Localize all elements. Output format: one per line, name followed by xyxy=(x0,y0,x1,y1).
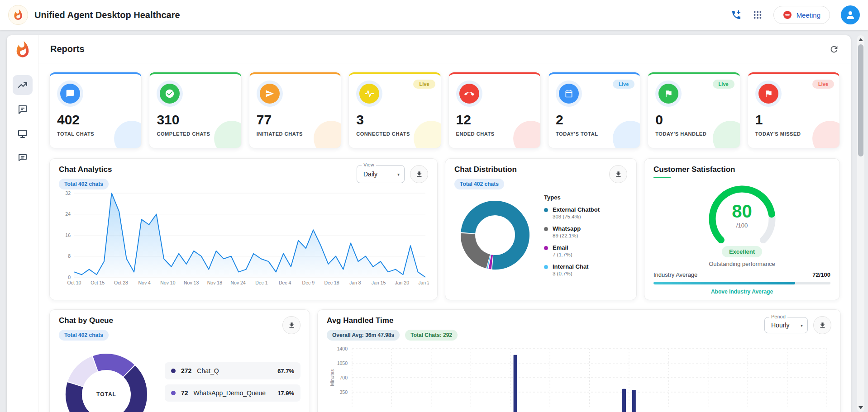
sidebar-item-conversations[interactable] xyxy=(13,148,33,168)
card-title: Chat by Queue xyxy=(59,316,113,325)
rating-subtitle: Outstanding performance xyxy=(653,260,830,267)
app-title: Unified Agent Desktop Healthcare xyxy=(34,10,180,20)
avg-handled-time-titles: Avg Handled Time Overall Avg: 36m 47.98s… xyxy=(327,316,458,341)
topbar-actions: Meeting xyxy=(731,5,860,24)
svg-text:Nov 18: Nov 18 xyxy=(207,280,222,285)
legend-text: External Chatbot 303 (75.4%) xyxy=(553,206,600,219)
brand-flame-icon xyxy=(12,9,24,21)
dialpad-button[interactable] xyxy=(753,10,763,20)
total-chats-badge: Total 402 chats xyxy=(59,179,109,189)
stat-icon-circle xyxy=(359,84,379,104)
missed-flag-icon xyxy=(764,89,773,98)
sidebar-item-chats[interactable] xyxy=(13,99,33,119)
svg-text:Dec 4: Dec 4 xyxy=(279,280,291,285)
chat-distribution-titles: Chat Distribution Total 402 chats xyxy=(454,165,517,189)
sidebar-item-analytics[interactable] xyxy=(13,75,33,95)
call-end-icon xyxy=(464,89,474,99)
industry-average-row: Industry Average 72/100 xyxy=(653,271,830,278)
stat-icon-halo xyxy=(755,81,782,107)
queue-pct: 67.7% xyxy=(277,368,294,374)
queue-dot xyxy=(171,369,176,373)
svg-text:8: 8 xyxy=(68,253,71,259)
stat-icon-circle xyxy=(459,84,479,104)
industry-average-value: 72/100 xyxy=(812,271,830,278)
queue-pct: 17.9% xyxy=(277,390,294,397)
download-distribution-button[interactable] xyxy=(609,165,627,183)
svg-text:Jan 28: Jan 28 xyxy=(418,280,429,285)
add-call-button[interactable] xyxy=(731,9,742,20)
scroll-up-icon[interactable] xyxy=(858,38,863,41)
scroll-down-icon[interactable] xyxy=(858,406,863,409)
dialpad-icon xyxy=(753,10,763,20)
svg-text:Oct 10: Oct 10 xyxy=(67,280,81,285)
svg-text:Jan 20: Jan 20 xyxy=(395,280,410,285)
download-analytics-button[interactable] xyxy=(410,165,428,183)
send-icon xyxy=(265,89,274,98)
refresh-button[interactable] xyxy=(829,44,839,54)
queue-count: 72 xyxy=(181,389,188,397)
chat-distribution-header: Chat Distribution Total 402 chats xyxy=(454,165,627,189)
svg-text:Nov 24: Nov 24 xyxy=(230,280,245,285)
download-icon xyxy=(288,322,296,329)
svg-text:Jan 15: Jan 15 xyxy=(372,280,386,285)
legend-detail: 89 (22.1%) xyxy=(553,233,581,238)
refresh-icon xyxy=(829,44,839,54)
chat-analytics-titles: Chat Analytics Total 402 chats xyxy=(59,165,112,189)
user-avatar-button[interactable] xyxy=(841,5,860,24)
legend-name: Internal Chat xyxy=(553,263,588,270)
total-chats-badge: Total 402 chats xyxy=(454,179,504,189)
chat-by-queue-actions xyxy=(282,316,300,334)
chat-distribution-legend: Types External Chatbot 303 (75.4%) xyxy=(544,192,627,282)
card-title: Avg Handled Time xyxy=(327,316,458,325)
svg-text:Dec 9: Dec 9 xyxy=(302,280,315,285)
sidebar-flame-logo xyxy=(14,41,32,59)
period-select-value: Hourly xyxy=(771,322,789,329)
stat-icon-circle xyxy=(758,84,778,104)
meeting-status-icon xyxy=(783,10,792,19)
stat-card-row: 402 TOTAL CHATS 310 COMPLETED CHATS xyxy=(49,72,840,148)
live-badge: Live xyxy=(413,80,435,89)
legend-item: Whatsapp 89 (22.1%) xyxy=(544,225,627,238)
svg-text:32: 32 xyxy=(65,190,71,196)
period-select[interactable]: Period Hourly ▾ xyxy=(764,317,808,333)
stat-icon-circle xyxy=(559,84,579,104)
stat-icon-circle xyxy=(658,84,678,104)
download-icon xyxy=(819,322,826,329)
chat-distribution-donut xyxy=(454,192,536,278)
view-select[interactable]: View Daily ▾ xyxy=(357,165,405,183)
queue-dot xyxy=(171,391,176,395)
total-chats-badge: Total Chats: 292 xyxy=(405,330,458,341)
svg-text:700: 700 xyxy=(339,375,348,380)
check-circle-icon xyxy=(165,89,175,99)
chat-by-queue-titles: Chat by Queue Total 402 chats xyxy=(59,316,113,341)
stat-card-connected-chats: Live 3 CONNECTED CHATS xyxy=(348,72,441,148)
svg-text:Dec 18: Dec 18 xyxy=(324,280,339,285)
svg-text:350: 350 xyxy=(339,389,348,395)
add-call-icon xyxy=(731,9,742,20)
overall-avg-badge: Overall Avg: 36m 47.98s xyxy=(327,330,400,341)
legend-dot xyxy=(544,265,548,269)
main-panel: Reports 402 TOTAL CHATS xyxy=(7,35,851,412)
legend-item: Internal Chat 3 (0.7%) xyxy=(544,263,627,276)
chat-analytics-header: Chat Analytics Total 402 chats View Dail… xyxy=(59,165,428,189)
download-queue-button[interactable] xyxy=(282,316,300,334)
scrollbar-thumb[interactable] xyxy=(858,44,863,156)
charts-row: Chat Analytics Total 402 chats View Dail… xyxy=(49,158,840,300)
legend-item: External Chatbot 303 (75.4%) xyxy=(544,206,627,219)
gauge-overlay: 80 /100 xyxy=(692,179,792,243)
svg-text:1050: 1050 xyxy=(337,360,348,366)
meeting-button[interactable]: Meeting xyxy=(773,6,830,24)
brand-logo xyxy=(8,5,28,25)
stat-card-total-chats: 402 TOTAL CHATS xyxy=(49,72,142,148)
chat-by-queue-card: Chat by Queue Total 402 chats xyxy=(49,309,310,412)
stat-card-todays-total: Live 2 TODAY'S TOTAL xyxy=(548,72,640,148)
gauge-score: 80 xyxy=(732,202,752,220)
sidebar-item-desktop[interactable] xyxy=(13,124,33,144)
vertical-scrollbar[interactable] xyxy=(857,35,864,412)
download-aht-button[interactable] xyxy=(813,316,831,334)
chat-by-queue-header: Chat by Queue Total 402 chats xyxy=(59,316,300,341)
view-select-value: Daily xyxy=(363,170,377,178)
card-title: Customer Satisfaction xyxy=(653,165,830,174)
stat-icon-circle xyxy=(160,84,180,104)
queue-donut-center-label: TOTAL xyxy=(59,347,154,412)
